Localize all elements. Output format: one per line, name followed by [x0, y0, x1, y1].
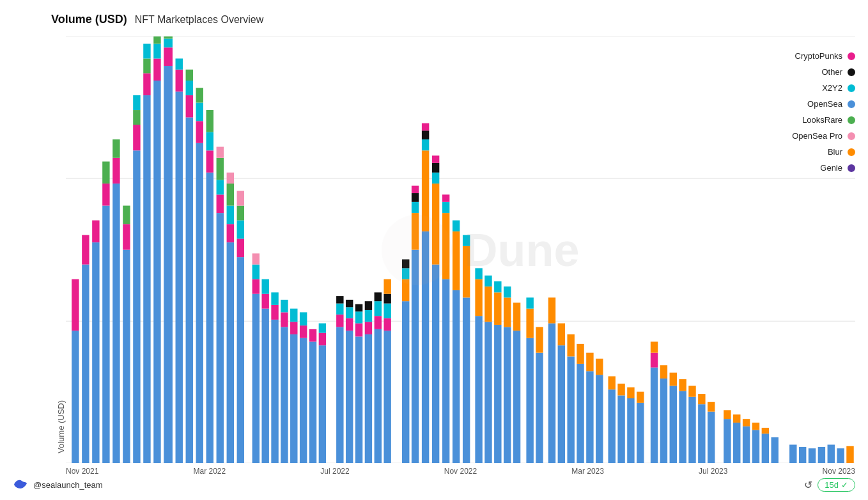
- svg-rect-171: [577, 364, 584, 463]
- svg-rect-137: [442, 213, 449, 279]
- svg-rect-138: [442, 202, 449, 213]
- svg-rect-90: [319, 333, 326, 346]
- x-label-mar2023: Mar 2023: [571, 467, 604, 476]
- svg-rect-216: [837, 448, 844, 463]
- svg-rect-174: [586, 353, 593, 371]
- svg-rect-132: [432, 184, 439, 265]
- svg-rect-84: [300, 338, 307, 464]
- svg-rect-109: [375, 316, 382, 329]
- svg-rect-184: [637, 392, 644, 403]
- svg-rect-194: [688, 397, 695, 464]
- legend-item-x2y2: X2Y2: [792, 83, 855, 93]
- svg-rect-170: [567, 334, 574, 357]
- svg-rect-158: [513, 331, 520, 463]
- svg-rect-42: [186, 95, 193, 118]
- svg-rect-154: [494, 281, 501, 292]
- svg-rect-190: [670, 386, 677, 463]
- svg-rect-163: [536, 353, 543, 464]
- svg-rect-160: [526, 338, 533, 464]
- svg-rect-173: [586, 371, 593, 463]
- svg-rect-120: [402, 260, 409, 269]
- svg-rect-151: [484, 276, 492, 286]
- svg-rect-119: [402, 268, 409, 279]
- svg-rect-17: [112, 158, 120, 184]
- svg-rect-103: [355, 304, 362, 312]
- svg-rect-88: [309, 329, 316, 342]
- svg-rect-75: [271, 320, 278, 463]
- svg-rect-130: [422, 123, 429, 131]
- svg-rect-108: [375, 329, 382, 463]
- svg-rect-55: [217, 180, 224, 194]
- svg-rect-178: [608, 376, 615, 389]
- svg-rect-210: [771, 437, 778, 463]
- svg-rect-65: [237, 221, 244, 239]
- legend-label-genie: Genie: [820, 163, 842, 173]
- svg-rect-116: [384, 279, 391, 294]
- refresh-icon[interactable]: ↺: [804, 479, 812, 491]
- svg-rect-167: [558, 345, 565, 463]
- svg-rect-49: [206, 173, 213, 463]
- svg-rect-59: [227, 224, 234, 242]
- svg-rect-80: [281, 300, 288, 313]
- svg-rect-18: [112, 139, 120, 158]
- svg-rect-82: [290, 322, 297, 334]
- legend-item-blur: Blur: [792, 147, 855, 157]
- svg-rect-52: [206, 110, 213, 132]
- legend-dot-looksrare: [848, 116, 855, 124]
- svg-rect-106: [365, 310, 372, 322]
- svg-rect-111: [375, 292, 382, 301]
- svg-rect-211: [789, 444, 796, 463]
- svg-rect-20: [123, 224, 130, 249]
- bar-chart-svg: 1b 500m 0: [66, 36, 855, 463]
- brand-section: @sealaunch_team: [13, 477, 103, 492]
- svg-rect-159: [513, 302, 520, 331]
- svg-rect-31: [153, 59, 160, 81]
- svg-rect-26: [143, 95, 150, 463]
- svg-rect-102: [355, 311, 362, 323]
- legend-dot-blur: [848, 148, 855, 156]
- svg-rect-191: [670, 373, 677, 386]
- svg-rect-95: [336, 296, 343, 304]
- time-badge[interactable]: 15d ✓: [818, 478, 855, 492]
- x-label-jul2023: Jul 2023: [699, 467, 727, 476]
- svg-rect-110: [375, 301, 382, 316]
- svg-rect-197: [698, 394, 705, 404]
- svg-rect-215: [828, 444, 835, 463]
- svg-rect-205: [743, 419, 750, 426]
- svg-rect-41: [186, 118, 193, 464]
- svg-rect-188: [660, 379, 667, 463]
- svg-rect-58: [227, 242, 234, 463]
- svg-rect-101: [355, 324, 362, 337]
- chart-container: Volume (USD) NFT Marketplaces Overview V…: [0, 0, 868, 500]
- legend-dot-opensea: [848, 100, 855, 108]
- svg-rect-77: [271, 292, 278, 305]
- brand-name: @sealaunch_team: [33, 480, 103, 490]
- svg-rect-135: [432, 155, 439, 163]
- svg-rect-149: [484, 322, 492, 463]
- x-axis-labels: Nov 2021 Mar 2022 Jul 2022 Nov 2022 Mar …: [66, 463, 855, 476]
- svg-rect-182: [627, 387, 634, 398]
- svg-rect-7: [72, 331, 79, 463]
- svg-rect-214: [818, 447, 825, 463]
- x-label-jul2022: Jul 2022: [320, 467, 349, 476]
- svg-rect-62: [227, 173, 234, 184]
- svg-rect-74: [261, 279, 268, 294]
- svg-rect-91: [319, 324, 326, 333]
- svg-rect-156: [504, 297, 511, 327]
- svg-rect-16: [112, 184, 120, 463]
- svg-rect-118: [402, 279, 409, 302]
- legend-dot-opensea-pro: [848, 132, 855, 140]
- svg-rect-201: [724, 410, 731, 419]
- svg-rect-54: [217, 194, 224, 213]
- svg-rect-180: [617, 384, 624, 395]
- x-label-nov2022: Nov 2022: [444, 467, 477, 476]
- svg-rect-136: [442, 279, 449, 464]
- svg-rect-37: [164, 36, 173, 38]
- legend-label-looksrare: LooksRare: [802, 115, 842, 125]
- svg-rect-129: [422, 130, 429, 139]
- svg-rect-142: [453, 221, 460, 231]
- svg-rect-199: [708, 402, 715, 412]
- svg-rect-212: [799, 447, 806, 463]
- brand-logo-icon: [13, 477, 28, 492]
- svg-rect-28: [143, 59, 150, 74]
